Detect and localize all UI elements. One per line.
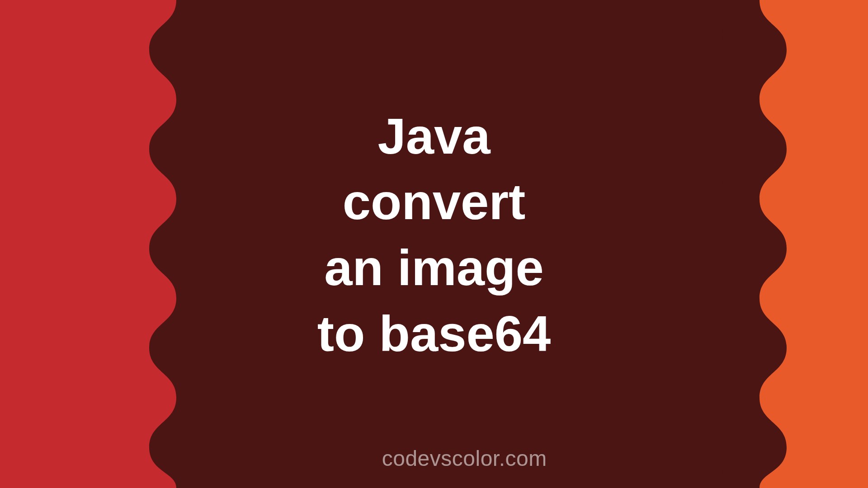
title-line-2: convert <box>317 169 551 235</box>
title-line-1: Java <box>317 103 551 169</box>
title-line-4: to base64 <box>317 301 551 367</box>
watermark-text: codevscolor.com <box>382 446 547 471</box>
hero-title: Java convert an image to base64 <box>317 103 551 366</box>
hero-banner: Java convert an image to base64 codevsco… <box>0 0 868 488</box>
title-line-3: an image <box>317 235 551 301</box>
